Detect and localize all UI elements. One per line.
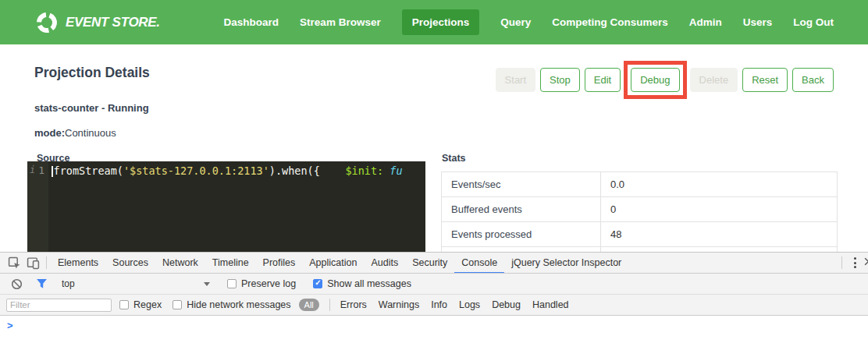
nav-item-projections[interactable]: Projections [402,9,480,35]
back-button[interactable]: Back [792,68,834,92]
filter-level-handled[interactable]: Handled [532,299,569,310]
devtools-tab-audits[interactable]: Audits [364,253,405,274]
preserve-log-checkbox[interactable] [227,279,237,288]
main-content: Projection Details Start Stop Edit Debug… [0,44,868,252]
preserve-log-label: Preserve log [241,278,296,289]
devtools-tab-network[interactable]: Network [155,253,205,274]
editor-gutter: i 1 [27,161,48,252]
action-button-row: Start Stop Edit Debug Delete Reset Back [496,61,834,99]
preserve-log-option: Preserve log [227,278,296,289]
stat-value: 48 [601,222,838,247]
filter-all-pill[interactable]: All [299,299,319,311]
edit-button[interactable]: Edit [585,68,621,92]
devtools-tab-application[interactable]: Application [302,253,364,274]
hide-network-option: Hide network messages [173,299,290,310]
show-all-messages-label: Show all messages [327,278,411,289]
line-number: 1 [38,164,44,252]
nav-item-dashboard[interactable]: Dashboard [224,16,279,28]
regex-option: Regex [119,299,162,310]
stat-name: Events processed [442,222,601,247]
filter-level-debug[interactable]: Debug [492,299,521,310]
nav-item-query[interactable]: Query [500,16,531,28]
regex-label: Regex [133,299,162,310]
console-output-area[interactable]: > [0,316,868,343]
brand-title: EVENT STORE. [66,15,160,30]
console-filter-bar: Regex Hide network messages All Errors W… [0,295,868,316]
event-store-logo-icon [35,11,59,34]
table-row: Events processed 48 [442,222,838,247]
table-row: Events/sec 0.0 [442,172,838,197]
debug-button[interactable]: Debug [631,68,679,92]
reset-button[interactable]: Reset [742,68,788,92]
dropdown-arrow-icon [204,282,210,286]
devtools-tab-profiles[interactable]: Profiles [256,253,303,274]
projection-name-status: stats-counter - Running [34,102,149,114]
nav-item-admin[interactable]: Admin [689,16,722,28]
hide-network-checkbox[interactable] [173,300,182,309]
devtools-tab-timeline[interactable]: Timeline [205,253,256,274]
toolbar-separator [46,256,47,269]
table-row: Buffered events 0 [442,197,838,222]
code-string: '$stats-127.0.0.1:2113' [123,164,269,177]
filter-funnel-icon[interactable] [32,274,51,293]
code-line[interactable]: fromStream('$stats-127.0.0.1:2113').when… [48,161,425,252]
devtools-tab-jquery-selector-inspector[interactable]: jQuery Selector Inspector [504,253,628,274]
devtools-panel: Elements Sources Network Timeline Profil… [0,252,868,343]
filter-level-info[interactable]: Info [431,299,447,310]
mode-value: Continuous [65,127,116,139]
stats-table: Events/sec 0.0 Buffered events 0 Events … [441,172,838,252]
code-plain-1: fromStream( [54,164,123,177]
devtools-close-icon[interactable] [863,256,868,269]
text-cursor [52,166,53,177]
hide-network-label: Hide network messages [187,299,290,310]
start-button[interactable]: Start [496,68,535,92]
toolbar-separator [841,256,842,269]
app-header: EVENT STORE. Dashboard Stream Browser Pr… [0,0,868,44]
toolbar-separator [329,299,330,311]
stats-section-label: Stats [442,153,466,164]
devtools-tab-bar: Elements Sources Network Timeline Profil… [0,253,868,274]
execution-context-value: top [62,278,75,289]
mode-label: mode: [34,127,65,139]
debug-highlight-box: Debug [624,61,686,99]
nav-item-logout[interactable]: Log Out [793,16,834,28]
stop-button[interactable]: Stop [540,68,580,92]
stat-value: 0 [601,197,838,222]
devtools-tab-elements[interactable]: Elements [51,253,105,274]
filter-input[interactable] [6,299,112,312]
code-plain-2: ).when({ [269,164,346,177]
console-prompt-chevron: > [7,320,13,331]
devtools-tab-security[interactable]: Security [405,253,454,274]
show-all-messages-checkbox[interactable] [313,279,322,288]
devtools-tab-console[interactable]: Console [454,253,504,274]
filter-levels: Errors Warnings Info Logs Debug Handled [340,299,569,310]
source-code-editor[interactable]: i 1 fromStream('$stats-127.0.0.1:2113').… [27,161,425,252]
code-function-keyword: fu [383,164,402,177]
code-init-keyword: $init: [345,164,383,177]
brand[interactable]: EVENT STORE. [35,11,160,34]
filter-level-warnings[interactable]: Warnings [379,299,419,310]
device-toolbar-icon[interactable] [23,253,42,272]
delete-button[interactable]: Delete [690,68,738,92]
devtools-tab-sources[interactable]: Sources [105,253,155,274]
console-toolbar: top Preserve log Show all messages [0,274,868,295]
nav-item-users[interactable]: Users [743,16,773,28]
mode-line: mode:Continuous [34,127,116,139]
stat-value: 0.0 [601,172,838,197]
main-nav: Dashboard Stream Browser Projections Que… [224,9,834,35]
filter-level-logs[interactable]: Logs [459,299,480,310]
nav-item-stream-browser[interactable]: Stream Browser [300,16,381,28]
gutter-info-icon: i [30,164,35,252]
clear-console-icon[interactable] [7,274,26,293]
nav-item-competing-consumers[interactable]: Competing Consumers [552,16,668,28]
stat-name: Buffered events [442,197,601,222]
execution-context-selector[interactable]: top [62,278,210,289]
filter-level-errors[interactable]: Errors [340,299,367,310]
show-all-messages-option: Show all messages [313,278,411,289]
page-title: Projection Details [34,65,150,81]
devtools-menu-icon[interactable] [846,257,863,268]
stat-name: Events/sec [442,172,601,197]
inspect-element-icon[interactable] [5,253,23,272]
regex-checkbox[interactable] [119,300,129,309]
